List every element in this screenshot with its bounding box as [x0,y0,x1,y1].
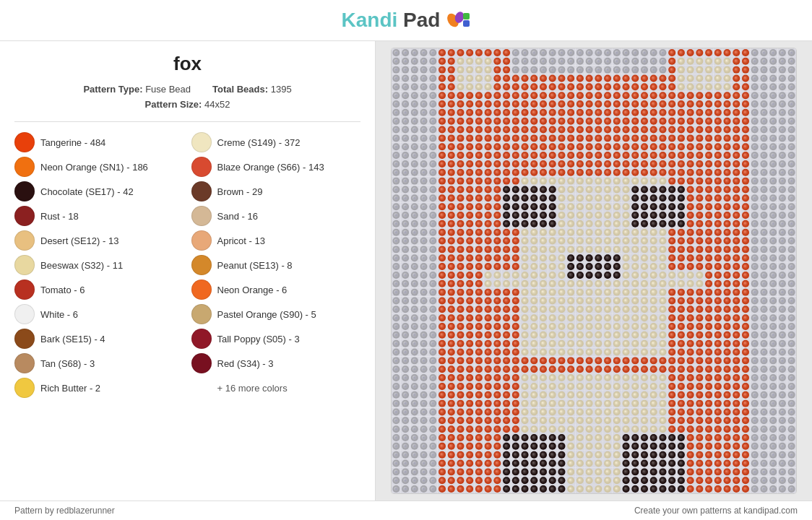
color-swatch [14,230,35,251]
color-swatch [191,181,212,202]
color-name: Tall Poppy (S05) - 3 [217,334,300,344]
color-grid: Tangerine - 484 Creme (S149) - 372 Neon … [14,132,360,398]
color-item: Blaze Orange (S66) - 143 [191,157,361,177]
color-swatch [14,255,35,275]
color-name: Blaze Orange (S66) - 143 [217,162,324,173]
color-item: Neon Orange (SN1) - 186 [14,157,184,177]
color-name: Rust - 18 [40,211,79,222]
color-name: White - 6 [40,309,78,320]
color-swatch [14,353,35,373]
logo-kandi: Kandi [342,9,398,31]
color-item: Brown - 29 [191,181,361,202]
pattern-title: fox [14,53,360,75]
color-name: Beeswax (S32) - 11 [40,260,123,271]
color-swatch [14,378,35,398]
color-item: Bark (SE15) - 4 [14,329,184,349]
pattern-beads: Total Beads: 1395 [212,84,292,95]
color-swatch [14,304,35,324]
color-swatch [191,157,212,177]
color-name: Desert (SE12) - 13 [40,235,118,246]
color-item: Red (S34) - 3 [191,353,361,373]
color-name: Bark (SE15) - 4 [40,334,105,344]
left-panel: fox Pattern Type: Fuse Bead Total Beads:… [0,41,376,500]
color-swatch [14,280,35,300]
color-swatch [14,157,35,177]
logo-icons [447,10,470,30]
color-item: Tomato - 6 [14,280,184,300]
footer: Pattern by redblazerunner Create your ow… [0,500,812,520]
color-item: White - 6 [14,304,184,324]
color-swatch [191,230,212,251]
color-swatch [14,206,35,226]
color-swatch [191,329,212,349]
color-item: Neon Orange - 6 [191,280,361,300]
color-swatch [191,353,212,373]
color-name: Tomato - 6 [40,285,85,295]
right-panel [376,41,812,500]
color-name: Rich Butter - 2 [40,383,100,394]
color-swatch [191,132,212,152]
footer-left: Pattern by redblazerunner [14,506,115,516]
color-swatch [191,206,212,226]
bead-pattern-canvas [392,48,796,493]
color-item: Peanut (SE13) - 8 [191,255,361,275]
color-swatch [14,132,35,152]
color-name: Tangerine - 484 [40,137,105,148]
color-item: Pastel Orange (S90) - 5 [191,304,361,324]
footer-right: Create your own patterns at kandipad.com [634,506,798,516]
color-item: Creme (S149) - 372 [191,132,361,152]
color-item: Desert (SE12) - 13 [14,230,184,251]
divider [14,121,360,122]
color-swatch [191,255,212,275]
color-name: Chocolate (SE17) - 42 [40,186,134,197]
color-item: Tan (S68) - 3 [14,353,184,373]
color-name: Brown - 29 [217,186,263,197]
color-name: Sand - 16 [217,211,258,222]
color-item: Rust - 18 [14,206,184,226]
color-item: Tall Poppy (S05) - 3 [191,329,361,349]
bead-canvas [391,48,797,494]
color-name: Tan (S68) - 3 [40,358,95,369]
color-swatch [191,280,212,300]
svg-rect-2 [463,13,470,20]
main-content: fox Pattern Type: Fuse Bead Total Beads:… [0,41,812,500]
color-item: Beeswax (S32) - 11 [14,255,184,275]
logo-pad: Pad [403,9,440,31]
color-name: Neon Orange (SN1) - 186 [40,162,148,173]
color-name: Pastel Orange (S90) - 5 [217,309,316,320]
color-item: Apricot - 13 [191,230,361,251]
color-swatch [14,329,35,349]
more-colors[interactable]: + 16 more colors [191,378,361,398]
pattern-size: Pattern Size: 44x52 [14,99,360,110]
color-swatch [14,181,35,202]
color-swatch [191,304,212,324]
color-item: Sand - 16 [191,206,361,226]
pattern-type: Pattern Type: Fuse Bead [83,84,191,95]
color-name: Apricot - 13 [217,235,265,246]
color-item: Tangerine - 484 [14,132,184,152]
header: Kandi Pad [0,0,812,41]
color-name: Creme (S149) - 372 [217,137,301,148]
logo-text: Kandi Pad [342,9,441,32]
color-item: Rich Butter - 2 [14,378,184,398]
color-name: Red (S34) - 3 [217,358,274,369]
logo: Kandi Pad [342,9,471,32]
color-name: Neon Orange - 6 [217,285,288,295]
pattern-info: Pattern Type: Fuse Bead Total Beads: 139… [14,84,360,95]
svg-rect-3 [463,20,470,27]
color-name: Peanut (SE13) - 8 [217,260,293,271]
color-item: Chocolate (SE17) - 42 [14,181,184,202]
